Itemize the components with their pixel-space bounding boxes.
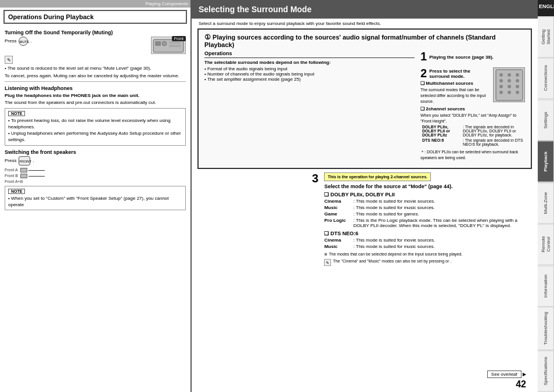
step3-note-star: ※ The modes that can be selected depend …	[324, 251, 532, 257]
dts-music-desc: : This mode is suited for music sources.	[353, 244, 532, 249]
front-device-image: Front	[151, 37, 186, 54]
front-button-icon: FRONT	[19, 156, 30, 166]
dts-mode-title: ❑ DTS NEO:6	[324, 231, 532, 236]
rear-device-svg	[495, 69, 523, 101]
svg-point-11	[508, 79, 511, 82]
dts-music-label: Music	[324, 244, 353, 249]
tab-troubleshooting[interactable]: Troubleshooting	[538, 307, 554, 350]
mute-button-icon: MUTE	[19, 37, 28, 46]
svg-point-7	[499, 79, 503, 82]
table-row-1: DTS NEO:6 : The signals are decoded in D…	[420, 138, 525, 147]
front-ab-label: Front A+B	[5, 179, 23, 184]
tab-settings[interactable]: Settings	[538, 99, 554, 141]
two-channel-title: ❑ 2channel sources	[420, 106, 525, 112]
big-step-title: ① Playing sources according to the sourc…	[204, 33, 525, 48]
diagram: Front A Front B Fron	[5, 168, 45, 184]
ops-list: Format of the audio signals being input …	[204, 66, 415, 82]
ops-item-0: Format of the audio signals being input	[204, 66, 415, 71]
headphones-heading: Listening with Headphones	[5, 85, 186, 91]
note-label-2: NOTE	[8, 189, 25, 194]
left-panel: Playing Components Operations During Pla…	[0, 0, 192, 392]
svg-point-9	[499, 91, 503, 94]
dolby-desc-0: : The signals are decoded in DOLBY PLIIx…	[461, 124, 525, 138]
mode-row-music: Music : This mode is suited for music so…	[324, 205, 532, 210]
see-overleaf-button[interactable]: See overleaf	[487, 371, 521, 378]
two-channel-text: When you select "DOLBY PLIIx," set "Amp …	[420, 113, 525, 124]
tab-multi-zone[interactable]: Multi-Zone	[538, 182, 554, 224]
pencil-icon: ✎	[5, 56, 13, 64]
dolby-label-0: DOLBY PLIIx, DOLBY PLII or DOLBY PLIIz	[420, 124, 461, 138]
svg-point-13	[508, 91, 511, 94]
ops-bold-text: The selectable surround modes depend on …	[204, 60, 415, 65]
step1-text: Playing the source (page 38).	[429, 53, 494, 60]
front-speakers-heading: Switching the front speakers	[5, 149, 186, 155]
note-item-1-0: • To prevent hearing loss, do not raise …	[8, 117, 182, 130]
svg-point-10	[508, 73, 511, 77]
note-label-1: NOTE	[8, 111, 25, 116]
dts-cinema-desc: : This mode is suited for movie sources.	[353, 238, 532, 243]
dolby-mode-title: ❑ DOLBY PLIIx, DOLBY PLII	[324, 192, 532, 197]
tab-specifications[interactable]: Specifications	[538, 350, 554, 391]
step1-header: 1 Playing the source (page 38).	[420, 51, 525, 62]
svg-point-15	[516, 79, 519, 82]
step2-2channel: ❑ 2channel sources When you select "DOLB…	[420, 106, 525, 160]
right-panel-header: Selecting the Surround Mode	[192, 0, 538, 19]
pencil-small-icon: ✎	[324, 259, 331, 266]
right-panel-body: ① Playing sources according to the sourc…	[192, 28, 538, 392]
note-item-1-1: • Unplug headphones when performing the …	[8, 130, 182, 143]
mode-desc-game: : This mode is suited for games.	[353, 211, 532, 217]
tab-remote-control[interactable]: Remote Control	[538, 224, 554, 265]
headphones-sub-desc: The sound from the speakers and pre-out …	[5, 99, 186, 106]
front-press-line: Press FRONT.	[5, 156, 186, 166]
divider1	[5, 81, 186, 82]
tab-connections[interactable]: Connections	[538, 57, 554, 99]
surround-mode-title: Selecting the Surround Mode	[199, 5, 311, 14]
svg-point-2	[162, 41, 167, 46]
step3-highlight: This is the operation for playing 2-chan…	[324, 172, 431, 181]
mode-label-cinema: Cinema	[324, 199, 353, 204]
headphones-desc: Plug the headphones into the PHONES jack…	[5, 92, 186, 99]
right-tabs: ENGLISH Getting Started Connections Sett…	[538, 0, 554, 392]
dts-cinema-label: Cinema	[324, 238, 353, 243]
step3-title: Select the mode for the source at "Mode"…	[324, 184, 532, 189]
step3-area: 3 This is the operation for playing 2-ch…	[197, 172, 532, 367]
step3-left	[197, 172, 307, 367]
mode-label-game: Game	[324, 211, 353, 217]
mode-desc-cinema: : This mode is suited for movie sources.	[353, 199, 532, 204]
circle-icon: ①	[204, 33, 211, 41]
svg-point-6	[499, 73, 503, 77]
step3-bottom-note: ✎ The "Cinema" and "Music" modes can als…	[324, 259, 532, 266]
right-panel: Selecting the Surround Mode Select a sur…	[192, 0, 538, 392]
note-item-2-0: • When you set to "Custom" with "Front S…	[8, 195, 182, 208]
bottom-row: See overleaf ▶ 42	[197, 367, 532, 392]
step2-header: 2 Press to select the surround mode.	[420, 67, 491, 79]
muting-heading: Turning Off the Sound Temporarily (Mutin…	[5, 30, 186, 35]
muting-note: • The sound is reduced to the level set …	[5, 65, 186, 71]
bottom-right: See overleaf ▶ 42	[487, 369, 532, 392]
tab-getting-started[interactable]: Getting Started	[538, 16, 554, 57]
step2-block: Rear	[420, 67, 525, 161]
front-a-label: Front A	[5, 168, 18, 172]
mode-desc-prologic: : This is the Pro Logic playback mode. T…	[353, 218, 532, 228]
dolby-table: DOLBY PLIIx, DOLBY PLII or DOLBY PLIIz :…	[420, 124, 525, 147]
svg-point-8	[499, 85, 503, 88]
left-panel-title: Operations During Playback	[8, 13, 93, 20]
step3-right: 3 This is the operation for playing 2-ch…	[312, 172, 532, 367]
see-overleaf-area: See overleaf ▶	[487, 372, 532, 377]
step2-text: Press to select the surround mode.	[429, 67, 491, 79]
svg-point-17	[516, 91, 519, 94]
operations-area: Operations The selectable surround modes…	[204, 51, 415, 164]
tab-playback[interactable]: Playback	[538, 141, 554, 182]
svg-point-14	[516, 73, 519, 77]
front-b-label: Front B	[5, 174, 18, 178]
right-panel-subtitle: Select a surround mode to enjoy surround…	[192, 21, 538, 28]
svg-point-16	[516, 85, 519, 88]
dolby-desc-1: : The signals are decoded in DTS NEO:6 f…	[461, 138, 525, 147]
pencil-icon-area: ✎	[5, 56, 186, 64]
operations-label: Operations	[204, 51, 415, 58]
front-badge: Front	[172, 36, 186, 41]
mode-label-music: Music	[324, 205, 353, 210]
left-panel-body: Turning Off the Sound Temporarily (Mutin…	[0, 26, 190, 392]
tab-information[interactable]: Information	[538, 265, 554, 307]
step3-content: 3 This is the operation for playing 2-ch…	[312, 172, 532, 267]
